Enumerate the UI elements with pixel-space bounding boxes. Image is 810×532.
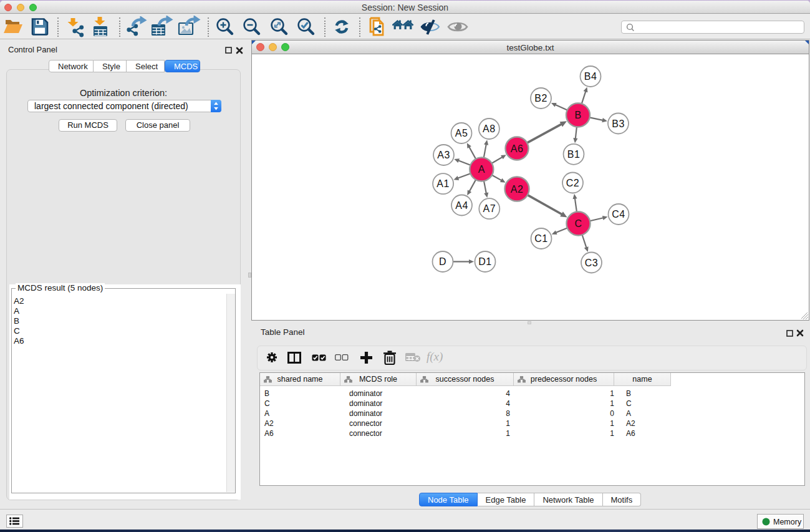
svg-text:A2: A2 bbox=[511, 184, 524, 195]
svg-text:C: C bbox=[574, 218, 582, 229]
svg-text:B1: B1 bbox=[567, 149, 581, 160]
svg-text:A6: A6 bbox=[511, 143, 524, 154]
svg-text:D1: D1 bbox=[478, 256, 491, 267]
svg-text:B2: B2 bbox=[534, 93, 547, 104]
svg-text:C1: C1 bbox=[534, 233, 547, 244]
svg-text:A8: A8 bbox=[483, 123, 496, 134]
svg-text:A: A bbox=[478, 164, 485, 175]
svg-text:C3: C3 bbox=[585, 258, 598, 268]
svg-text:A1: A1 bbox=[436, 178, 450, 189]
svg-text:B4: B4 bbox=[584, 71, 597, 82]
svg-text:A7: A7 bbox=[483, 203, 496, 214]
svg-text:D: D bbox=[439, 256, 446, 267]
svg-text:C2: C2 bbox=[566, 178, 579, 188]
svg-text:C4: C4 bbox=[612, 209, 625, 220]
svg-text:B: B bbox=[574, 110, 581, 120]
svg-text:A5: A5 bbox=[455, 128, 468, 138]
svg-text:A3: A3 bbox=[437, 150, 450, 160]
svg-text:B3: B3 bbox=[612, 118, 625, 129]
svg-text:A4: A4 bbox=[455, 200, 468, 211]
